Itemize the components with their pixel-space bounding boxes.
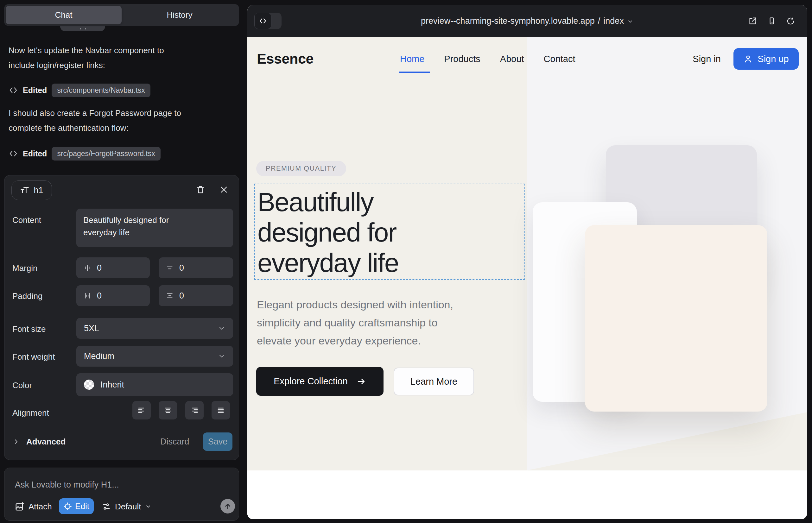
sign-up-label: Sign up bbox=[758, 54, 789, 64]
advanced-toggle[interactable]: Advanced bbox=[12, 432, 66, 451]
hero-section: Essence Home Products About Contact Sign… bbox=[247, 37, 807, 470]
trash-icon bbox=[196, 185, 205, 194]
preview-url: preview--charming-site-symphony.lovable.… bbox=[421, 16, 595, 26]
attach-button[interactable]: Attach bbox=[15, 499, 52, 514]
code-icon bbox=[8, 149, 18, 158]
url-bar[interactable]: preview--charming-site-symphony.lovable.… bbox=[247, 5, 807, 37]
content-textarea[interactable]: Beautifully designed for everyday life bbox=[76, 209, 233, 247]
align-center-button[interactable] bbox=[159, 401, 177, 419]
premium-quality-badge: PREMIUM QUALITY bbox=[256, 161, 346, 176]
image-plus-icon bbox=[15, 502, 24, 511]
default-label: Default bbox=[115, 502, 141, 511]
edited-file-row[interactable]: Edited src/components/Navbar.tsx bbox=[8, 83, 151, 97]
send-button[interactable] bbox=[220, 499, 235, 513]
page-selector[interactable]: index bbox=[603, 16, 624, 26]
model-default-select[interactable]: Default bbox=[102, 499, 152, 514]
file-path-chip[interactable]: src/pages/ForgotPassword.tsx bbox=[52, 147, 160, 161]
explore-collection-button[interactable]: Explore Collection bbox=[256, 367, 384, 396]
lovable-app: Chat History Now let's update the Navbar… bbox=[0, 0, 812, 523]
font-size-value: 5XL bbox=[84, 324, 99, 333]
margin-x-value: 0 bbox=[97, 263, 102, 273]
code-icon bbox=[8, 86, 18, 95]
chevron-down-icon bbox=[218, 353, 226, 360]
nav-link-contact[interactable]: Contact bbox=[544, 48, 576, 70]
edited-label: Edited bbox=[23, 86, 47, 95]
margin-label: Margin bbox=[12, 264, 37, 273]
font-weight-select[interactable]: Medium bbox=[76, 346, 233, 366]
font-size-select[interactable]: 5XL bbox=[76, 318, 233, 339]
align-right-icon bbox=[190, 406, 199, 415]
padding-x-icon bbox=[83, 292, 91, 300]
edited-label: Edited bbox=[23, 149, 47, 158]
chat-sidebar: Chat History Now let's update the Navbar… bbox=[0, 0, 247, 523]
tab-history[interactable]: History bbox=[122, 6, 237, 24]
crosshair-icon bbox=[63, 502, 72, 511]
font-weight-label: Font weight bbox=[12, 352, 55, 362]
padding-y-value: 0 bbox=[179, 291, 184, 301]
color-value: Inherit bbox=[100, 380, 124, 390]
chat-composer[interactable]: Ask Lovable to modify H1... Attach Edit … bbox=[4, 468, 239, 521]
color-select[interactable]: Inherit bbox=[76, 373, 233, 396]
mobile-view-button[interactable] bbox=[768, 17, 776, 25]
sign-in-link[interactable]: Sign in bbox=[693, 54, 721, 64]
learn-more-button[interactable]: Learn More bbox=[394, 367, 474, 395]
align-left-button[interactable] bbox=[133, 401, 151, 419]
chevron-down-icon bbox=[145, 503, 152, 510]
tag-name: h1 bbox=[34, 185, 43, 195]
attach-label: Attach bbox=[29, 502, 52, 511]
nav-links: Home Products About Contact bbox=[400, 48, 576, 70]
chevron-down-icon bbox=[627, 18, 633, 25]
nav-link-about[interactable]: About bbox=[500, 48, 524, 70]
arrow-right-icon bbox=[357, 377, 366, 386]
edited-file-row[interactable]: Edited src/pages/ForgotPassword.tsx bbox=[8, 146, 161, 161]
selected-element-tag[interactable]: h1 bbox=[12, 180, 52, 200]
margin-y-value: 0 bbox=[179, 263, 184, 273]
sliders-icon bbox=[102, 502, 111, 511]
preview-browser-window: preview--charming-site-symphony.lovable.… bbox=[247, 5, 807, 519]
font-size-label: Font size bbox=[12, 324, 46, 334]
chat-message: Now let's update the Navbar component to… bbox=[8, 43, 164, 73]
composer-placeholder[interactable]: Ask Lovable to modify H1... bbox=[15, 480, 119, 490]
save-button[interactable]: Save bbox=[203, 432, 232, 451]
edit-label: Edit bbox=[75, 502, 89, 511]
refresh-button[interactable] bbox=[786, 17, 795, 25]
color-label: Color bbox=[12, 381, 32, 390]
tab-chat[interactable]: Chat bbox=[6, 6, 122, 24]
chevron-down-icon bbox=[218, 325, 226, 332]
hero-description: Elegant products designed with intention… bbox=[257, 296, 453, 350]
align-left-icon bbox=[137, 406, 146, 415]
delete-element-button[interactable] bbox=[194, 184, 207, 196]
margin-x-input[interactable]: 0 bbox=[76, 257, 150, 278]
close-icon bbox=[219, 185, 228, 194]
close-editor-button[interactable] bbox=[218, 184, 230, 196]
sign-up-button[interactable]: Sign up bbox=[734, 48, 799, 70]
advanced-label: Advanced bbox=[26, 437, 66, 447]
margin-x-icon bbox=[83, 264, 91, 272]
nav-link-home[interactable]: Home bbox=[400, 48, 424, 70]
edit-mode-button[interactable]: Edit bbox=[59, 498, 94, 514]
nav-auth-group: Sign in Sign up bbox=[693, 48, 799, 70]
align-right-button[interactable] bbox=[185, 401, 204, 419]
file-path-chip[interactable]: src/components/Navbar.tsx bbox=[52, 84, 150, 97]
site-navbar: Essence Home Products About Contact Sign… bbox=[247, 48, 807, 70]
margin-y-icon bbox=[166, 264, 174, 272]
alignment-label: Alignment bbox=[12, 408, 49, 418]
site-logo[interactable]: Essence bbox=[257, 48, 314, 70]
padding-y-input[interactable]: 0 bbox=[159, 285, 233, 306]
align-justify-button[interactable] bbox=[212, 401, 230, 419]
user-icon bbox=[743, 54, 753, 64]
hero-card-cream bbox=[585, 225, 767, 412]
nav-link-products[interactable]: Products bbox=[444, 48, 480, 70]
explore-collection-label: Explore Collection bbox=[273, 376, 348, 386]
scrolled-chip-fragment bbox=[60, 25, 105, 31]
color-swatch bbox=[84, 380, 94, 390]
browser-actions bbox=[748, 5, 795, 37]
align-center-icon bbox=[163, 406, 172, 415]
padding-x-input[interactable]: 0 bbox=[76, 285, 150, 306]
discard-button[interactable]: Discard bbox=[160, 432, 189, 451]
margin-y-input[interactable]: 0 bbox=[159, 257, 233, 278]
open-external-button[interactable] bbox=[748, 16, 757, 25]
browser-toolbar: preview--charming-site-symphony.lovable.… bbox=[247, 5, 807, 37]
align-justify-icon bbox=[216, 406, 225, 415]
hero-headline[interactable]: Beautifully designed for everyday life bbox=[258, 187, 399, 278]
